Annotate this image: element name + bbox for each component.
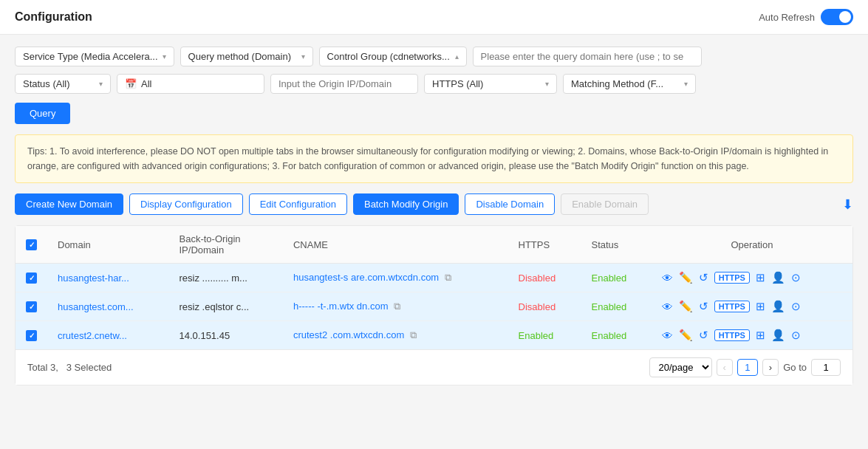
next-page-button[interactable]: › bbox=[762, 359, 779, 376]
table-row: husangtest-har... resiz .......... m... … bbox=[16, 264, 852, 292]
col-operation: Operation bbox=[652, 226, 852, 264]
edit-icon[interactable]: ✏️ bbox=[679, 300, 693, 313]
edit-icon[interactable]: ✏️ bbox=[679, 271, 693, 284]
download-button[interactable]: ⬇ bbox=[842, 196, 853, 213]
more-icon[interactable]: ⊙ bbox=[791, 300, 801, 313]
filter-row-1: Service Type (Media Accelera... ▾ Query … bbox=[15, 47, 853, 66]
view-icon[interactable]: 👁 bbox=[662, 272, 673, 284]
tips-text: Tips: 1. To avoid interference, please D… bbox=[27, 146, 828, 171]
more-icon[interactable]: ⊙ bbox=[791, 271, 801, 284]
row-checkbox-cell bbox=[16, 264, 47, 292]
batch-modify-origin-button[interactable]: Batch Modify Origin bbox=[353, 193, 459, 215]
row-2-cname: h----- -t-.m.wtx dn.com ⧉ bbox=[283, 292, 508, 321]
row-3-domain: crutest2.cnetw... bbox=[47, 321, 169, 350]
goto-box: Go to bbox=[783, 359, 841, 376]
col-domain: Domain bbox=[47, 226, 169, 264]
chevron-down-icon: ▾ bbox=[163, 52, 166, 61]
table-header-row: Domain Back-to-OriginIP/Domain CNAME HTT… bbox=[16, 226, 852, 264]
user-icon[interactable]: 👤 bbox=[771, 271, 785, 284]
create-new-domain-button[interactable]: Create New Domain bbox=[15, 193, 123, 215]
disable-domain-button[interactable]: Disable Domain bbox=[465, 193, 555, 215]
current-page: 1 bbox=[737, 359, 758, 376]
row-3-checkbox[interactable] bbox=[26, 330, 37, 341]
goto-input[interactable] bbox=[811, 359, 841, 376]
status-select[interactable]: Status (All) ▾ bbox=[15, 74, 111, 94]
tips-box: Tips: 1. To avoid interference, please D… bbox=[15, 134, 853, 183]
https-badge[interactable]: HTTPS bbox=[714, 329, 750, 341]
refresh-icon[interactable]: ↺ bbox=[699, 329, 708, 342]
row-3-https: Enabled bbox=[508, 321, 581, 350]
chevron-down-icon: ▾ bbox=[301, 52, 305, 61]
row-2-https: Disabled bbox=[508, 292, 581, 321]
query-method-select[interactable]: Query method (Domain) ▾ bbox=[180, 47, 313, 66]
view-icon[interactable]: 👁 bbox=[662, 301, 673, 313]
domain-search-input[interactable] bbox=[473, 47, 702, 66]
refresh-icon[interactable]: ↺ bbox=[699, 271, 708, 284]
row-checkbox-cell bbox=[16, 292, 47, 321]
view-icon[interactable]: 👁 bbox=[662, 329, 673, 342]
row-3-status: Enabled bbox=[581, 321, 652, 350]
enable-domain-button[interactable]: Enable Domain bbox=[561, 193, 649, 215]
page-title: Configuration bbox=[15, 10, 92, 24]
total-selected: Total 3, 3 Selected bbox=[27, 362, 112, 373]
query-button[interactable]: Query bbox=[15, 103, 70, 124]
refresh-icon[interactable]: ↺ bbox=[699, 300, 708, 313]
chevron-down-icon: ▾ bbox=[545, 80, 549, 88]
select-all-checkbox[interactable] bbox=[26, 239, 37, 250]
more-icon[interactable]: ⊙ bbox=[791, 329, 801, 342]
domain-table: Domain Back-to-OriginIP/Domain CNAME HTT… bbox=[15, 225, 853, 385]
col-cname: CNAME bbox=[283, 226, 508, 264]
col-origin: Back-to-OriginIP/Domain bbox=[169, 226, 283, 264]
grid-icon[interactable]: ⊞ bbox=[756, 271, 765, 284]
https-select[interactable]: HTTPS (All) ▾ bbox=[424, 74, 557, 94]
table-footer: Total 3, 3 Selected 20/page ‹ 1 › Go to bbox=[16, 349, 852, 385]
copy-icon[interactable]: ⧉ bbox=[394, 301, 400, 312]
prev-page-button[interactable]: ‹ bbox=[717, 359, 733, 376]
per-page-select[interactable]: 20/page bbox=[649, 357, 712, 377]
query-row: Query bbox=[15, 101, 853, 124]
display-configuration-button[interactable]: Display Configuration bbox=[129, 193, 243, 215]
matching-method-select[interactable]: Matching Method (F... ▾ bbox=[563, 74, 696, 94]
auto-refresh-container: Auto Refresh bbox=[759, 9, 853, 25]
https-badge[interactable]: HTTPS bbox=[714, 272, 750, 284]
copy-icon[interactable]: ⧉ bbox=[410, 329, 417, 340]
row-1-checkbox[interactable] bbox=[26, 273, 37, 284]
grid-icon[interactable]: ⊞ bbox=[756, 300, 765, 313]
row-2-operations: 👁 ✏️ ↺ HTTPS ⊞ 👤 ⊙ bbox=[652, 292, 852, 321]
row-1-status: Enabled bbox=[581, 264, 652, 292]
edit-icon[interactable]: ✏️ bbox=[679, 329, 693, 342]
op-icons: 👁 ✏️ ↺ HTTPS ⊞ 👤 ⊙ bbox=[662, 271, 842, 284]
filter-row-2: Status (All) ▾ 📅 All HTTPS (All) ▾ Match… bbox=[15, 74, 853, 94]
row-1-https: Disabled bbox=[508, 264, 581, 292]
op-icons: 👁 ✏️ ↺ HTTPS ⊞ 👤 ⊙ bbox=[662, 300, 842, 313]
user-icon[interactable]: 👤 bbox=[771, 329, 785, 342]
row-3-origin: 14.0.151.45 bbox=[169, 321, 283, 350]
auto-refresh-label: Auto Refresh bbox=[759, 12, 815, 23]
user-icon[interactable]: 👤 bbox=[771, 300, 785, 313]
auto-refresh-toggle[interactable] bbox=[821, 9, 853, 25]
chevron-down-icon: ▾ bbox=[99, 80, 103, 88]
grid-icon[interactable]: ⊞ bbox=[756, 329, 765, 342]
origin-ip-input[interactable] bbox=[270, 74, 418, 94]
table-row: husangtest.com... resiz .eqlstor c... h-… bbox=[16, 292, 852, 321]
row-1-cname: husangtest-s are.com.wtxcdn.com ⧉ bbox=[283, 264, 508, 292]
row-1-operations: 👁 ✏️ ↺ HTTPS ⊞ 👤 ⊙ bbox=[652, 264, 852, 292]
https-badge[interactable]: HTTPS bbox=[714, 301, 750, 312]
row-3-cname: crutest2 .com.wtxcdn.com ⧉ bbox=[283, 321, 508, 350]
table-row: crutest2.cnetw... 14.0.151.45 crutest2 .… bbox=[16, 321, 852, 350]
action-row: Create New Domain Display Configuration … bbox=[15, 193, 853, 215]
service-type-select[interactable]: Service Type (Media Accelera... ▾ bbox=[15, 47, 174, 66]
control-group-select[interactable]: Control Group (cdnetworks... ▴ bbox=[319, 47, 467, 66]
calendar-icon: 📅 bbox=[125, 78, 137, 89]
row-2-origin: resiz .eqlstor c... bbox=[169, 292, 283, 321]
row-1-origin: resiz .......... m... bbox=[169, 264, 283, 292]
date-picker[interactable]: 📅 All bbox=[117, 74, 264, 94]
copy-icon[interactable]: ⧉ bbox=[445, 272, 451, 283]
edit-configuration-button[interactable]: Edit Configuration bbox=[249, 193, 347, 215]
col-https: HTTPS bbox=[508, 226, 581, 264]
col-status: Status bbox=[581, 226, 652, 264]
select-all-header bbox=[16, 226, 47, 264]
row-2-checkbox[interactable] bbox=[26, 301, 37, 312]
pagination: 20/page ‹ 1 › Go to bbox=[649, 357, 841, 377]
chevron-up-icon: ▴ bbox=[455, 52, 459, 61]
